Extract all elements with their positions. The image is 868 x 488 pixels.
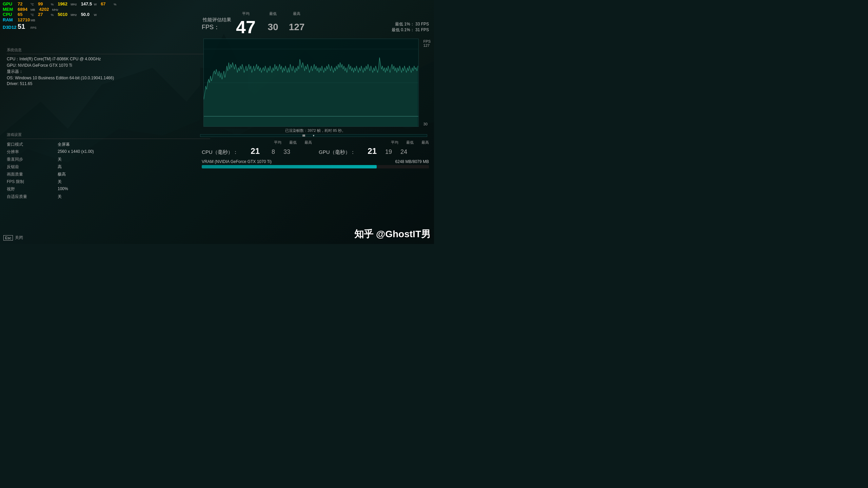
- hud-cpu-clock: 5010: [58, 12, 70, 17]
- gpu-ms-label: GPU（毫秒）：: [319, 149, 359, 156]
- frames-info: 已渲染帧数：3972 帧，耗时 85 秒。: [200, 128, 431, 133]
- settings-resolution: 分辨率 868 x 488 (x1.00): [7, 149, 210, 155]
- hud-gpu-power: 147.5: [81, 1, 93, 7]
- system-info-driver: Driver: 511.65: [7, 81, 210, 86]
- settings-aa: 反锯齿 高: [7, 164, 210, 170]
- fps-text-label: FPS: [423, 39, 431, 43]
- system-info-os: OS: Windows 10 Business Edition 64-bit (…: [7, 76, 210, 80]
- gpu-ms-group: 平均 最低 最高 GPU（毫秒）： 21 19 24: [319, 140, 429, 156]
- settings-aa-key: 反锯齿: [7, 164, 58, 170]
- gpu-avg-header: 平均: [383, 140, 398, 145]
- fps-stats-section: 平均 最低 最高 FPS： 47 30 127: [200, 10, 431, 36]
- chart-fps-label: FPS 127: [423, 39, 431, 47]
- settings-vsync-val: 关: [58, 157, 62, 162]
- fps-percentile-01-label: 最低 0.1%：: [392, 27, 414, 32]
- hud-gpu-temp-unit: °C: [31, 3, 34, 6]
- settings-fov: 视野 100%: [7, 186, 210, 192]
- fps-percentile-1-label: 最低 1%：: [395, 22, 414, 26]
- fps-min-header: 最低: [269, 12, 277, 16]
- fps-chart: [203, 39, 419, 127]
- fps-percentile-01-val: 31 FPS: [415, 27, 429, 32]
- settings-fps-limit-key: FPS 限制: [7, 179, 58, 185]
- hud-cpu-load-unit: %: [51, 13, 54, 17]
- hud-mem-unit: MB: [31, 8, 35, 12]
- settings-fps-limit-val: 关: [58, 179, 62, 185]
- fps-min-val: 30: [268, 22, 278, 32]
- fps-avg-header: 平均: [242, 12, 250, 16]
- hud-d3d-row: D3D12 51 FPS: [3, 22, 120, 30]
- gpu-avg-val: 21: [361, 146, 377, 156]
- hud-gpu-temp: 72: [18, 1, 30, 7]
- esc-close-area[interactable]: Esc 关闭: [3, 235, 23, 241]
- cpu-min-header: 最低: [281, 140, 297, 145]
- cpu-ms-headers: 平均 最低 最高: [202, 140, 312, 145]
- system-info-cpu: CPU：Intel(R) Core(TM) i7-8086K CPU @ 4.0…: [7, 56, 210, 62]
- hud-ram-unit: MB: [31, 19, 35, 22]
- fps-percentile-01-row: 最低 0.1%： 31 FPS: [392, 27, 429, 33]
- settings-adaptive-val: 关: [58, 194, 62, 200]
- ms-metrics-section: 平均 最低 最高 CPU（毫秒）： 21 8 33 平均 最低 最高 GPU（毫…: [200, 138, 431, 158]
- settings-resolution-key: 分辨率: [7, 149, 58, 155]
- gpu-max-val: 24: [392, 148, 407, 156]
- hud-cpu-clock-unit: MHz: [71, 13, 77, 17]
- gpu-min-header: 最低: [398, 140, 414, 145]
- cpu-avg-header: 平均: [266, 140, 281, 145]
- fps-avg-val: 47: [236, 17, 256, 37]
- settings-adaptive-key: 自适应质量: [7, 194, 58, 200]
- settings-resolution-val: 868 x 488 (x1.00): [58, 149, 94, 155]
- cpu-ms-label: CPU（毫秒）：: [202, 149, 242, 156]
- vram-val: 6248 MB/8079 MB: [395, 159, 429, 164]
- settings-vsync-key: 垂直同步: [7, 157, 58, 162]
- hud-d3d-label: D3D12: [3, 25, 17, 30]
- chart-y-min-val: 30: [423, 122, 431, 126]
- hud-gpu-row: GPU 72 °C 99 % 1962 MHz 147.5 W 67 %: [3, 1, 120, 7]
- cpu-max-header: 最高: [297, 140, 312, 145]
- settings-fov-val: 100%: [58, 186, 68, 192]
- cpu-ms-row: CPU（毫秒）： 21 8 33: [202, 146, 312, 156]
- gpu-min-val: 19: [377, 148, 392, 156]
- chart-y-axis: FPS 127 30: [422, 39, 431, 127]
- hud-cpu-row: CPU 65 °C 27 % 5010 MHz 50.0 W: [3, 12, 120, 17]
- system-info-panel: 系统信息 CPU：Intel(R) Core(TM) i7-8086K CPU …: [0, 44, 217, 90]
- scrubber-bar[interactable]: ▼: [200, 134, 427, 137]
- hud-gpu-power-unit: W: [94, 3, 97, 6]
- settings-fps-limit: FPS 限制 关: [7, 179, 210, 185]
- fps-max-header: 最高: [293, 12, 300, 16]
- game-settings-panel: 游戏设置 窗口模式 全屏幕 分辨率 868 x 488 (x1.00) 垂直…: [0, 129, 217, 205]
- vram-bar-outer: [202, 165, 429, 168]
- cpu-avg-val: 21: [244, 146, 260, 156]
- hud-gpu-load-unit: %: [51, 3, 54, 6]
- settings-vsync: 垂直同步 关: [7, 157, 210, 162]
- chart-wrapper: FPS 127 30 已渲染帧数：3972 帧，耗时 85 秒。: [200, 39, 431, 133]
- settings-window-mode-key: 窗口模式: [7, 142, 58, 147]
- hud-mem-freq-unit: MHz: [52, 8, 59, 12]
- hud-gpu-label: GPU: [3, 1, 17, 7]
- vram-bar-inner: [202, 165, 377, 168]
- system-info-display: 显示器：: [7, 69, 210, 75]
- settings-quality-val: 极高: [58, 171, 66, 177]
- hud-mem-row: MEM 6894 MB 4202 MHz: [3, 7, 120, 12]
- close-label[interactable]: 关闭: [15, 235, 23, 241]
- gpu-ms-row: GPU（毫秒）： 21 19 24: [319, 146, 429, 156]
- gpu-ms-headers: 平均 最低 最高: [319, 140, 429, 145]
- fps-label: FPS：: [202, 24, 220, 30]
- hud-cpu-label: CPU: [3, 12, 17, 17]
- fps-percentile-1-row: 最低 1%： 33 FPS: [392, 21, 429, 27]
- system-info-gpu: GPU: NVIDIA GeForce GTX 1070 Ti: [7, 63, 210, 68]
- chart-and-labels: FPS 127 30: [200, 39, 431, 127]
- gpu-max-header: 最高: [414, 140, 429, 145]
- hud-cpu-temp-unit: °C: [31, 13, 34, 17]
- hud-gpu-clock: 1962: [58, 1, 70, 7]
- settings-quality: 画面质量 极高: [7, 171, 210, 177]
- cpu-min-val: 8: [260, 148, 275, 156]
- scrubber-handle[interactable]: [302, 135, 305, 137]
- fps-max-val: 127: [289, 22, 305, 32]
- perf-panel: 平均 最低 最高 FPS： 47 30 127: [197, 0, 434, 244]
- settings-adaptive: 自适应质量 关: [7, 194, 210, 200]
- hud-mem-val: 6894: [18, 7, 30, 12]
- hud-ram-val: 12710: [18, 17, 30, 23]
- chart-y-max-val: 127: [423, 43, 431, 47]
- esc-key[interactable]: Esc: [3, 235, 13, 241]
- hud-overlay: GPU 72 °C 99 % 1962 MHz 147.5 W 67 % MEM…: [0, 0, 122, 32]
- scrubber-dot: ▼: [312, 134, 315, 137]
